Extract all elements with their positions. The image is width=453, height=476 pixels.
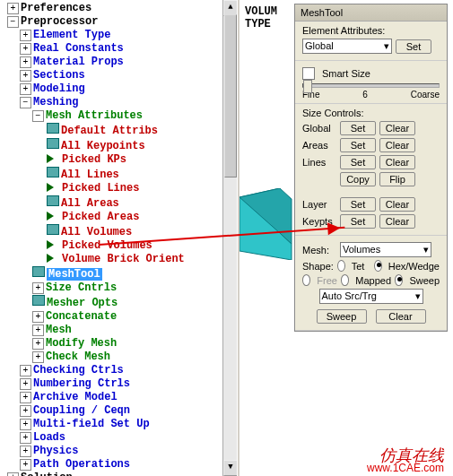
expand-icon[interactable]: + [32,351,44,363]
mapped-radio[interactable] [341,274,349,286]
expand-icon[interactable]: + [20,70,31,82]
expand-icon[interactable]: + [20,419,31,430]
areas-set-button[interactable]: Set [340,138,376,152]
slider-coarse-label: Coarse [411,90,440,100]
meshtool-dialog: MeshTool Element Attributes: Global▾ Set… [294,4,448,332]
tree-concatenate[interactable]: +Concatenate [2,310,238,324]
tree-picked-lines[interactable]: Picked Lines [2,182,238,195]
tree-sections[interactable]: +Sections [2,69,238,82]
pick-icon [47,212,58,221]
tree-meshtool[interactable]: MeshTool [2,266,238,281]
pick-icon [47,240,58,249]
grid-icon [47,167,59,177]
tree-size-cntrls[interactable]: +Size Cntrls [2,281,238,295]
tree-real-constants[interactable]: +Real Constants [2,42,238,56]
expand-icon[interactable]: + [32,338,44,350]
tree-all-lines[interactable]: All Lines [2,167,238,182]
expand-icon[interactable]: + [32,282,44,294]
layer-label: Layer [302,199,336,210]
shape-hex-radio[interactable] [374,260,382,272]
collapse-icon[interactable]: − [32,110,44,122]
expand-icon[interactable]: + [32,311,44,323]
expand-icon[interactable]: + [20,432,31,444]
expand-icon[interactable]: + [7,3,19,14]
areas-clear-button[interactable]: Clear [379,138,415,152]
slider-thumb[interactable] [303,80,312,93]
tree-preferences[interactable]: +Preferences [2,2,238,15]
element-attributes-set-button[interactable]: Set [396,39,431,54]
free-label: Free [317,275,337,286]
tree-preprocessor[interactable]: −Preprocessor [2,15,238,29]
expand-icon[interactable]: + [20,446,31,457]
tree-element-type[interactable]: +Element Type [2,29,238,42]
smartsize-slider[interactable] [302,83,440,88]
tree-physics[interactable]: +Physics [2,445,238,458]
tree-mesher-opts[interactable]: Mesher Opts [2,295,238,310]
expand-icon[interactable]: + [20,378,31,390]
keypts-clear-button[interactable]: Clear [379,214,415,229]
tree-solution[interactable]: +Solution [2,472,238,476]
tree-modeling[interactable]: +Modeling [2,82,238,96]
tree-picked-volumes[interactable]: Picked Volumes [2,239,238,253]
shape-tet-radio[interactable] [337,260,345,272]
expand-icon[interactable]: + [7,472,19,476]
expand-icon[interactable]: + [20,459,31,471]
mesh-type-select[interactable]: Volumes▾ [340,242,431,257]
scroll-down-icon[interactable]: ▼ [223,460,238,476]
smartsize-checkbox[interactable] [302,67,315,80]
lines-flip-button[interactable]: Flip [379,172,415,186]
slider-value: 6 [362,90,368,100]
tree-volume-brick-orient[interactable]: Volume Brick Orient [2,253,238,266]
global-set-button[interactable]: Set [340,121,376,135]
tree-multi-field[interactable]: +Multi-field Set Up [2,418,238,431]
lines-label: Lines [302,157,336,168]
tree-meshing[interactable]: −Meshing [2,96,238,109]
lines-set-button[interactable]: Set [340,155,376,169]
meshtool-title[interactable]: MeshTool [295,4,447,22]
element-attributes-select[interactable]: Global▾ [302,39,392,54]
tree-loads[interactable]: +Loads [2,431,238,445]
expand-icon[interactable]: + [20,405,31,417]
global-clear-button[interactable]: Clear [379,121,415,135]
expand-icon[interactable]: + [32,325,44,336]
tree-check-mesh[interactable]: +Check Mesh [2,351,238,364]
collapse-icon[interactable]: − [20,97,31,108]
expand-icon[interactable]: + [20,83,31,95]
tree-picked-areas[interactable]: Picked Areas [2,211,238,224]
tree-checking-ctrls[interactable]: +Checking Ctrls [2,364,238,377]
tree-scrollbar[interactable]: ▲ ▼ [222,0,238,476]
mesh-clear-button[interactable]: Clear [376,309,426,324]
expand-icon[interactable]: + [20,392,31,403]
tree-material-props[interactable]: +Material Props [2,56,238,69]
tree-default-attribs[interactable]: Default Attribs [2,123,238,138]
tree-numbering-ctrls[interactable]: +Numbering Ctrls [2,377,238,391]
pick-icon [47,254,58,263]
collapse-icon[interactable]: − [7,16,19,28]
tree-modify-mesh[interactable]: +Modify Mesh [2,337,238,351]
lines-copy-button[interactable]: Copy [340,172,376,186]
tree-path-operations[interactable]: +Path Operations [2,458,238,472]
mesh-section: Mesh: Volumes▾ Shape: Tet Hex/Wedge Free… [295,236,447,331]
tree-all-keypoints[interactable]: All Keypoints [2,138,238,153]
expand-icon[interactable]: + [20,43,31,55]
expand-icon[interactable]: + [20,30,31,41]
tree-picked-kps[interactable]: Picked KPs [2,153,238,167]
expand-icon[interactable]: + [20,56,31,68]
tree-all-areas[interactable]: All Areas [2,195,238,211]
arrow-head-icon [327,221,347,235]
scroll-thumb[interactable] [224,14,237,177]
lines-clear-button[interactable]: Clear [379,155,415,169]
areas-label: Areas [302,140,336,151]
expand-icon[interactable]: + [20,365,31,376]
tree-archive-model[interactable]: +Archive Model [2,391,238,404]
layer-clear-button[interactable]: Clear [379,197,415,212]
sweep-select[interactable]: Auto Src/Trg▾ [319,289,423,304]
sweep-button[interactable]: Sweep [317,309,367,324]
tree-mesh-attributes[interactable]: −Mesh Attributes [2,109,238,123]
tree-coupling-ceqn[interactable]: +Coupling / Ceqn [2,404,238,418]
tree-mesh[interactable]: +Mesh [2,324,238,337]
hex-label: Hex/Wedge [388,261,440,272]
sweep-radio[interactable] [395,274,403,286]
layer-set-button[interactable]: Set [340,197,376,212]
grid-icon [47,138,59,149]
